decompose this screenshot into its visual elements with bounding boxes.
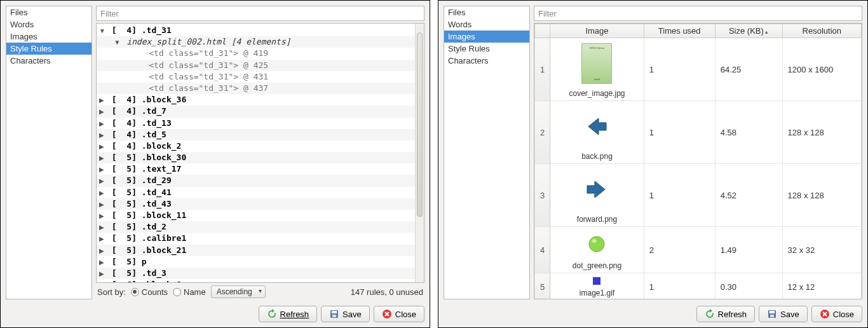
scrollbar[interactable]: [415, 24, 424, 282]
tree-row[interactable]: ▶ [ 5] .calibre1: [97, 233, 424, 244]
sort-counts-radio[interactable]: Counts: [131, 287, 168, 297]
tree-row[interactable]: ▶ [ 5] .block_30: [97, 152, 424, 163]
sort-bar: Sort by: Counts Name Ascending 147 rules…: [96, 283, 424, 299]
tree-row[interactable]: ▶ [ 5] .block_11: [97, 210, 424, 221]
radio-dot-icon: [131, 288, 139, 296]
tree-row[interactable]: ▶ [ 5] .td_41: [97, 187, 424, 198]
image-thumbnail: [578, 167, 616, 212]
save-button[interactable]: Save: [321, 306, 370, 322]
sort-direction-dropdown[interactable]: Ascending: [211, 285, 266, 298]
tree-row[interactable]: <td class="td_31"> @ 437: [97, 83, 424, 94]
tree-row[interactable]: ▶ [ 5] p: [97, 256, 424, 268]
image-filename: forward.png: [577, 215, 617, 224]
row-number: 4: [535, 227, 550, 273]
tree-row[interactable]: <td class="td_31"> @ 425: [97, 60, 424, 71]
table-row[interactable]: 2back.png14.58128 x 128: [535, 101, 862, 164]
image-filename: dot_green.png: [573, 261, 621, 270]
close-button[interactable]: Close: [811, 306, 862, 322]
sort-name-radio[interactable]: Name: [173, 287, 206, 297]
image-thumbnail: [578, 276, 616, 286]
filter-input[interactable]: [96, 6, 424, 21]
svg-point-5: [592, 239, 597, 243]
tree-row[interactable]: ▶ [ 5] .text_17: [97, 163, 424, 175]
sidebar-item-words[interactable]: Words: [444, 18, 529, 31]
table-row[interactable]: 4dot_green.png21.4932 x 32: [535, 227, 862, 273]
column-header[interactable]: Size (KB): [715, 24, 782, 38]
cell-times: 1: [644, 38, 715, 101]
left-panel: FilesWordsImagesStyle RulesCharacters ▼ …: [0, 0, 430, 328]
sidebar-item-files[interactable]: Files: [6, 6, 92, 18]
svg-rect-1: [332, 311, 337, 313]
cell-res: 1200 x 1600: [782, 38, 861, 101]
images-table-wrap[interactable]: ImageTimes usedSize (KB)Resolution 1DOCX…: [534, 23, 862, 299]
sidebar-item-files[interactable]: Files: [444, 6, 529, 18]
right-sidebar: FilesWordsImagesStyle RulesCharacters: [444, 6, 530, 299]
tree-row[interactable]: ▶ [ 5] .td_3: [97, 268, 424, 279]
sidebar-item-images[interactable]: Images: [6, 31, 92, 43]
filter-input[interactable]: [534, 6, 862, 21]
refresh-button[interactable]: Refresh: [696, 306, 756, 322]
save-icon: [329, 309, 339, 319]
tree-row[interactable]: <td class="td_31"> @ 431: [97, 71, 424, 83]
tree-row[interactable]: ▶ [ 5] .block_21: [97, 245, 424, 256]
cell-size: 0.30: [715, 273, 782, 300]
refresh-icon: [267, 309, 277, 319]
refresh-button[interactable]: Refresh: [259, 306, 318, 322]
sort-name-label: Name: [184, 287, 206, 297]
tree-row[interactable]: ▶ [ 4] .block_2: [97, 140, 424, 152]
sidebar-item-style-rules[interactable]: Style Rules: [444, 43, 529, 55]
sidebar-item-characters[interactable]: Characters: [6, 55, 92, 67]
close-button[interactable]: Close: [374, 306, 424, 322]
cell-times: 1: [644, 101, 715, 164]
tree-row[interactable]: ▼ index_split_002.html [4 elements]: [97, 36, 424, 48]
table-row[interactable]: 1DOCX Demosamplecover_image.jpg164.25120…: [535, 38, 862, 101]
image-cell: dot_green.png: [550, 227, 644, 273]
tree-row[interactable]: ▶ [ 4] .block_36: [97, 94, 424, 106]
tree-row[interactable]: ▶ [ 4] .td_13: [97, 118, 424, 129]
image-cell: forward.png: [550, 164, 644, 227]
cell-times: 1: [644, 164, 715, 227]
image-cell: DOCX Demosamplecover_image.jpg: [550, 38, 644, 101]
cell-times: 1: [644, 273, 715, 300]
table-row[interactable]: 3forward.png14.52128 x 128: [535, 164, 862, 227]
tree-row[interactable]: ▶ [ 5] .td_2: [97, 221, 424, 233]
sort-by-label: Sort by:: [97, 287, 126, 297]
style-rules-tree[interactable]: ▼ [ 4] .td_31 ▼ index_split_002.html [4 …: [96, 23, 424, 283]
image-filename: cover_image.jpg: [569, 89, 625, 98]
svg-rect-8: [770, 311, 775, 313]
table-row[interactable]: 5image1.gif10.3012 x 12: [535, 273, 862, 300]
tree-row[interactable]: ▶ [ 5] .td_43: [97, 198, 424, 210]
column-header[interactable]: Times used: [644, 24, 715, 38]
svg-rect-6: [593, 277, 600, 285]
row-number: 2: [535, 101, 550, 164]
tree-row[interactable]: ▼ [ 4] .td_31: [97, 25, 424, 36]
save-button[interactable]: Save: [759, 306, 808, 322]
cell-size: 64.25: [715, 38, 782, 101]
cell-res: 128 x 128: [782, 101, 861, 164]
tree-row[interactable]: ▶ [ 4] .td_5: [97, 129, 424, 140]
image-cell: back.png: [550, 101, 644, 164]
image-filename: back.png: [581, 152, 613, 161]
cell-res: 128 x 128: [782, 164, 861, 227]
left-panel-body: FilesWordsImagesStyle RulesCharacters ▼ …: [1, 1, 430, 302]
tree-row[interactable]: <td class="td_31"> @ 419: [97, 48, 424, 59]
cell-times: 2: [644, 227, 715, 273]
image-thumbnail: [578, 229, 616, 259]
tree-row[interactable]: ▶ [ 4] .td_7: [97, 106, 424, 117]
tree-row[interactable]: ▶ [ 6] .block_8: [97, 279, 424, 283]
column-header[interactable]: Resolution: [782, 24, 861, 38]
sidebar-item-style-rules[interactable]: Style Rules: [6, 43, 92, 55]
sidebar-item-characters[interactable]: Characters: [444, 55, 529, 67]
sidebar-item-words[interactable]: Words: [6, 18, 92, 31]
svg-point-4: [589, 236, 604, 252]
image-thumbnail: [578, 104, 616, 149]
row-number: 3: [535, 164, 550, 227]
sort-counts-label: Counts: [142, 287, 168, 297]
row-number: 5: [535, 273, 550, 300]
sidebar-item-images[interactable]: Images: [444, 31, 529, 43]
column-header[interactable]: Image: [550, 24, 644, 38]
refresh-icon: [705, 309, 715, 319]
tree-row[interactable]: ▶ [ 5] .td_29: [97, 175, 424, 186]
close-icon: [820, 309, 830, 319]
row-number: 1: [535, 38, 550, 101]
